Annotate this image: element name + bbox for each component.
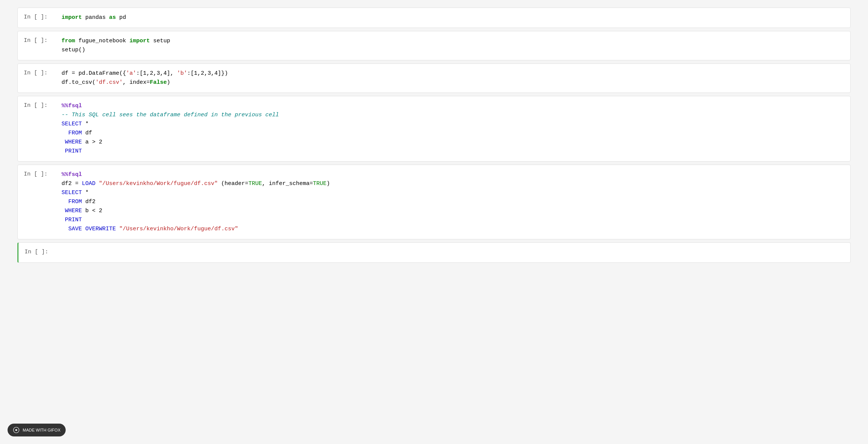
code-line: from fugue_notebook import setup [62,37,844,46]
cell-prompt: In [ ]: [24,13,62,20]
code-line: %%fsql [62,170,844,179]
notebook-cell-cell-3[interactable]: In [ ]:df = pd.DataFrame({'a':[1,2,3,4],… [17,63,851,93]
cell-code[interactable]: %%fsqldf2 = LOAD "/Users/kevinkho/Work/f… [62,170,844,234]
notebook-cell-cell-6[interactable]: In [ ]: [17,242,851,263]
gifox-label: MADE WITH GIFOX [23,428,60,432]
notebook-cell-cell-5[interactable]: In [ ]:%%fsqldf2 = LOAD "/Users/kevinkho… [17,165,851,239]
code-line: setup() [62,46,844,55]
cell-code[interactable]: df = pd.DataFrame({'a':[1,2,3,4], 'b':[1… [62,69,844,87]
gifox-bar: MADE WITH GIFOX [8,424,66,436]
code-line: SELECT * [62,188,844,197]
code-line: -- This SQL cell sees the dataframe defi… [62,111,844,120]
cell-code[interactable]: %%fsql-- This SQL cell sees the datafram… [62,102,844,156]
code-line: WHERE a > 2 [62,138,844,147]
notebook: In [ ]:import pandas as pdIn [ ]:from fu… [0,0,868,273]
code-line: SELECT * [62,120,844,129]
notebook-cell-cell-2[interactable]: In [ ]:from fugue_notebook import setups… [17,31,851,60]
code-line: df = pd.DataFrame({'a':[1,2,3,4], 'b':[1… [62,69,844,78]
code-line: FROM df [62,129,844,138]
cell-code[interactable] [62,248,844,257]
cell-code[interactable]: import pandas as pd [62,13,844,22]
code-line: %%fsql [62,102,844,111]
gifox-icon [13,427,20,433]
code-line: PRINT [62,216,844,225]
notebook-cell-cell-4[interactable]: In [ ]:%%fsql-- This SQL cell sees the d… [17,96,851,162]
cell-prompt: In [ ]: [24,102,62,109]
code-line: FROM df2 [62,197,844,207]
cell-prompt: In [ ]: [24,170,62,177]
cell-prompt: In [ ]: [24,37,62,44]
code-line: import pandas as pd [62,13,844,22]
code-line: df.to_csv('df.csv', index=False) [62,78,844,87]
code-line: PRINT [62,147,844,156]
cell-prompt: In [ ]: [24,69,62,76]
code-line: df2 = LOAD "/Users/kevinkho/Work/fugue/d… [62,179,844,188]
code-line: WHERE b < 2 [62,207,844,216]
code-line: SAVE OVERWRITE "/Users/kevinkho/Work/fug… [62,225,844,234]
notebook-cell-cell-1[interactable]: In [ ]:import pandas as pd [17,8,851,28]
cell-prompt: In [ ]: [25,248,62,255]
cell-code[interactable]: from fugue_notebook import setupsetup() [62,37,844,55]
